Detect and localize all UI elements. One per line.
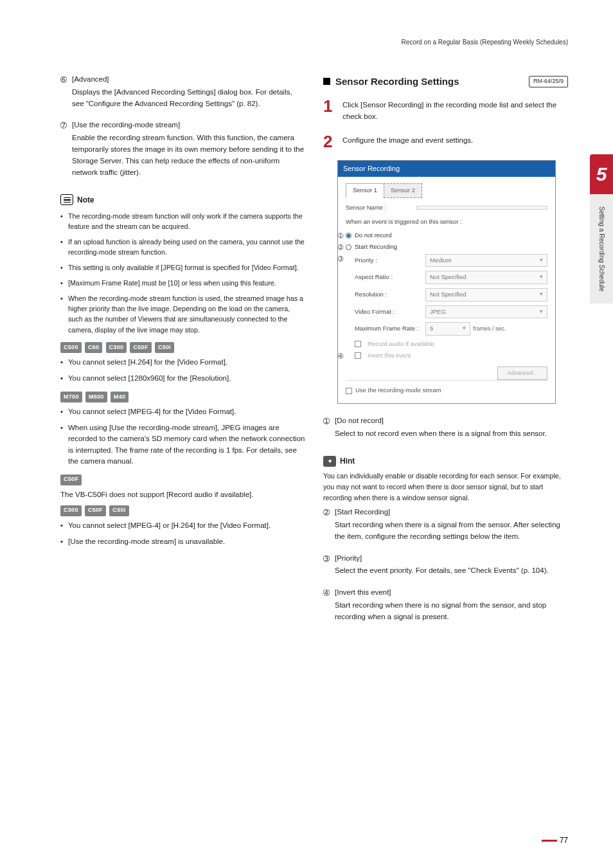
model-tags-d: C300 C50F C50i: [60, 504, 305, 516]
model-tag: C50i: [155, 342, 174, 353]
desc-marker-3: ➂: [323, 553, 335, 584]
model-tag: C300: [60, 505, 82, 516]
step2-text: Configure the image and event settings.: [342, 133, 568, 150]
record-audio-label: Record audio if available: [368, 339, 434, 349]
rm-model-tag: RM-64/25/9: [529, 76, 568, 87]
d3-title: [Priority]: [335, 553, 568, 565]
item6-desc: Displays the [Advanced Recording Setting…: [72, 87, 305, 110]
note-bullet: The recording-mode stream function will …: [60, 211, 305, 231]
hint-text: You can individually enable or disable r…: [323, 471, 568, 503]
model-tag: M700: [60, 392, 82, 402]
resolution-select[interactable]: Not Specified: [425, 288, 547, 302]
record-audio-checkbox[interactable]: [355, 341, 361, 347]
step-number-2: 2: [323, 133, 336, 150]
aspect-label: Aspect Ratio :: [355, 273, 425, 282]
step1-text: Click [Sensor Recording] in the recordin…: [342, 98, 568, 123]
model-tag: C60: [85, 342, 102, 353]
chapter-tab: 5 Setting a Recording Schedule: [590, 154, 613, 303]
right-column: Sensor Recording Settings RM-64/25/9 1 C…: [323, 74, 568, 633]
tab-sensor-2[interactable]: Sensor 2: [384, 183, 422, 198]
note-heading: Note: [77, 194, 94, 206]
item-marker-7: ➆: [60, 120, 72, 185]
sensor-name-label: Sensor Name :: [346, 203, 416, 213]
item-marker-6: ➅: [60, 74, 72, 116]
note-bullet: If an upload function is already being u…: [60, 237, 305, 257]
item7-desc: Enable the recording stream function. Wi…: [72, 132, 305, 178]
aspect-select[interactable]: Not Specified: [425, 271, 547, 284]
model-tag: C50F: [85, 505, 106, 516]
trigger-label: When an event is triggered on this senso…: [346, 217, 547, 227]
radio-label: Do not record: [355, 231, 392, 240]
item6-title: [Advanced]: [72, 74, 305, 86]
dialog-titlebar: Sensor Recording: [338, 161, 555, 177]
d1-title: [Do not record]: [335, 415, 568, 427]
chapter-number: 5: [590, 154, 613, 194]
priority-select[interactable]: Medium: [425, 254, 547, 267]
section-title-text: Sensor Recording Settings: [335, 74, 459, 89]
c50f-text: The VB-C50Fi does not support [Record au…: [60, 489, 305, 501]
frame-rate-unit: frames / sec.: [473, 325, 506, 334]
d1-desc: Select to not record even when there is …: [335, 428, 568, 440]
d4-desc: Start recording when there is no signal …: [335, 600, 568, 623]
callout-4: ➃: [332, 351, 343, 361]
d2-desc: Start recording when there is a signal f…: [335, 520, 568, 543]
radio-start-recording[interactable]: [346, 244, 351, 250]
callout-2: ➁: [332, 242, 343, 253]
callout-1: ➀: [332, 231, 343, 241]
hint-icon: ✦: [323, 456, 336, 467]
chapter-label: Setting a Recording Schedule: [590, 194, 613, 303]
invert-event-checkbox[interactable]: [355, 352, 361, 359]
hint-heading: Hint: [340, 455, 355, 467]
list-item: You cannot select [H.264] for the [Video…: [60, 357, 305, 368]
priority-label: Priority :: [355, 256, 425, 266]
left-column: ➅ [Advanced] Displays the [Advanced Reco…: [60, 74, 305, 633]
model-tag: C50i: [109, 505, 129, 516]
model-tags-a: C500 C60 C300 C50F C50i: [60, 341, 305, 353]
list-item: [Use the recording-mode stream] is unava…: [60, 536, 305, 547]
note-icon: [60, 194, 73, 205]
radio-do-not-record[interactable]: [346, 233, 351, 239]
desc-marker-1: ➀: [323, 415, 335, 446]
model-tags-c: C50F: [60, 473, 305, 485]
video-format-select[interactable]: JPEG: [425, 305, 547, 319]
step-number-1: 1: [323, 98, 336, 123]
use-stream-checkbox[interactable]: [346, 388, 352, 394]
invert-event-label: Invert this event: [368, 351, 411, 361]
note-bullet: [Maximum Frame Rate] must be [10] or les…: [60, 278, 305, 288]
model-tag: M40: [111, 392, 129, 402]
callout-3: ➂: [332, 254, 343, 264]
d3-desc: Select the event priority. For details, …: [335, 565, 568, 577]
item7-title: [Use the recording-mode stream]: [72, 120, 305, 131]
desc-marker-2: ➁: [323, 507, 335, 548]
note-bullet: This setting is only available if [JPEG]…: [60, 262, 305, 273]
sensor-name-input[interactable]: [416, 206, 547, 210]
model-tag: M600: [85, 392, 107, 402]
d2-title: [Start Recording]: [335, 507, 568, 518]
resolution-label: Resolution :: [355, 290, 425, 300]
note-bullet: When the recording-mode stream function …: [60, 293, 305, 334]
use-stream-label: Use the recording-mode stream: [355, 386, 441, 393]
model-tag: C50F: [130, 342, 151, 353]
tab-sensor-1[interactable]: Sensor 1: [346, 183, 384, 198]
page-number-bar-icon: [542, 840, 557, 842]
max-frame-rate-select[interactable]: 5: [425, 322, 470, 336]
model-tag: C300: [106, 342, 127, 353]
model-tags-b: M700 M600 M40: [60, 391, 305, 402]
running-header: Record on a Regular Basis (Repeating Wee…: [60, 39, 568, 46]
radio-label: Start Recording: [355, 242, 397, 252]
d4-title: [Invert this event]: [335, 587, 568, 599]
page-number: 77: [542, 836, 568, 845]
video-format-label: Video Format :: [355, 307, 425, 317]
sensor-recording-dialog: Sensor Recording Sensor 1 Sensor 2 Senso…: [337, 160, 556, 404]
model-tag: C500: [60, 342, 82, 353]
square-bullet-icon: [323, 78, 330, 85]
section-title: Sensor Recording Settings: [323, 74, 459, 89]
list-item: You cannot select [MPEG-4] for the [Vide…: [60, 406, 305, 417]
list-item: When using [Use the recording-mode strea…: [60, 422, 305, 467]
list-item: You cannot select [MPEG-4] or [H.264] fo…: [60, 520, 305, 531]
list-item: You cannot select [1280x960] for the [Re…: [60, 373, 305, 384]
max-frame-rate-label: Maximum Frame Rate :: [355, 324, 425, 334]
desc-marker-4: ➃: [323, 587, 335, 629]
advanced-button[interactable]: Advanced...: [497, 366, 547, 381]
model-tag: C50F: [60, 475, 82, 485]
